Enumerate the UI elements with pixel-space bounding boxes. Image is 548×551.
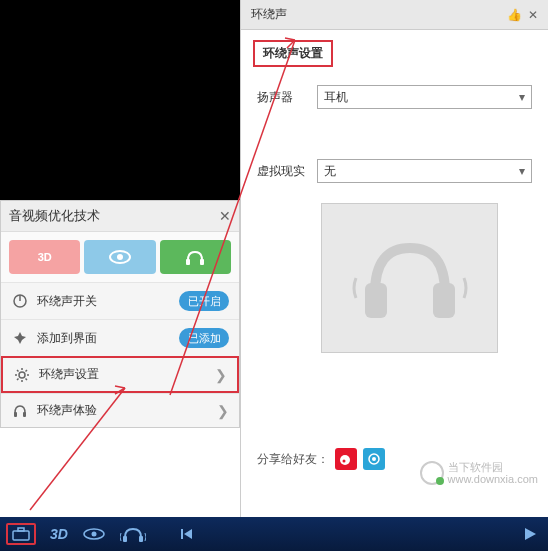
vr-value: 无 (324, 163, 336, 180)
settings-label: 环绕声设置 (39, 366, 207, 383)
thumbs-up-icon[interactable]: 👍 (507, 8, 522, 22)
svg-rect-3 (200, 259, 204, 265)
speaker-label: 扬声器 (257, 89, 307, 106)
player-bottom-bar: 3D (0, 517, 548, 551)
headphone-icon (11, 403, 29, 419)
optimization-popup: 音视频优化技术 ✕ 3D 环绕声开关 已开启 添加到界面 已添加 环绕声设置 ❯ (0, 200, 240, 428)
svg-rect-10 (433, 283, 455, 318)
svg-point-18 (91, 532, 96, 537)
panel-title: 环绕声 (251, 6, 287, 23)
weibo-share-icon[interactable] (335, 448, 357, 470)
watermark-line1: 当下软件园 (448, 461, 538, 473)
svg-rect-8 (23, 412, 26, 417)
speaker-value: 耳机 (324, 89, 348, 106)
svg-point-1 (117, 254, 123, 260)
pin-icon (11, 330, 29, 346)
svg-point-6 (19, 372, 25, 378)
play-button[interactable] (522, 526, 538, 542)
switch-toggle[interactable]: 已开启 (179, 291, 229, 311)
bottom-headphone-button[interactable] (120, 525, 146, 543)
gear-icon (13, 367, 31, 383)
switch-label: 环绕声开关 (37, 293, 171, 310)
watermark-line2: www.downxia.com (448, 473, 538, 485)
svg-rect-15 (13, 531, 29, 540)
bottom-3d-button[interactable]: 3D (50, 526, 68, 542)
svg-rect-9 (365, 283, 387, 318)
surround-switch-row[interactable]: 环绕声开关 已开启 (1, 282, 239, 319)
popup-title: 音视频优化技术 (9, 207, 100, 225)
close-icon[interactable]: ✕ (528, 8, 538, 22)
bottom-eye-button[interactable] (82, 527, 106, 541)
svg-rect-7 (14, 412, 17, 417)
vr-select[interactable]: 无 ▾ (317, 159, 532, 183)
power-icon (11, 293, 29, 309)
section-title: 环绕声设置 (253, 40, 333, 67)
share-icon[interactable] (363, 448, 385, 470)
svg-rect-21 (181, 529, 183, 539)
tab-3d[interactable]: 3D (9, 240, 80, 274)
previous-button[interactable] (180, 527, 194, 541)
chevron-down-icon: ▾ (519, 164, 525, 178)
surround-experience-row[interactable]: 环绕声体验 ❯ (1, 393, 239, 427)
video-preview (0, 0, 240, 200)
svg-rect-20 (139, 536, 143, 542)
close-icon[interactable]: ✕ (219, 208, 231, 224)
speaker-select[interactable]: 耳机 ▾ (317, 85, 532, 109)
add-toggle[interactable]: 已添加 (179, 328, 229, 348)
svg-rect-16 (18, 528, 24, 531)
chevron-down-icon: ▾ (519, 90, 525, 104)
watermark: 当下软件园 www.downxia.com (420, 461, 538, 485)
headphone-preview (321, 203, 498, 353)
watermark-logo-icon (420, 461, 444, 485)
share-row: 分享给好友： (257, 448, 385, 470)
share-label: 分享给好友： (257, 451, 329, 468)
chevron-right-icon: ❯ (215, 367, 227, 383)
chevron-right-icon: ❯ (217, 403, 229, 419)
svg-rect-2 (186, 259, 190, 265)
surround-settings-row[interactable]: 环绕声设置 ❯ (1, 356, 239, 393)
surround-settings-panel: 环绕声 👍 ✕ 环绕声设置 扬声器 耳机 ▾ 虚拟现实 无 ▾ 分享给好友： (240, 0, 548, 520)
svg-rect-19 (123, 536, 127, 542)
svg-point-12 (343, 460, 346, 463)
toolbox-button[interactable] (6, 523, 36, 545)
add-label: 添加到界面 (37, 330, 171, 347)
tab-eye-protection[interactable] (84, 240, 155, 274)
experience-label: 环绕声体验 (37, 402, 209, 419)
tab-surround-sound[interactable] (160, 240, 231, 274)
vr-label: 虚拟现实 (257, 163, 307, 180)
svg-point-14 (372, 457, 376, 461)
add-to-ui-row[interactable]: 添加到界面 已添加 (1, 319, 239, 356)
